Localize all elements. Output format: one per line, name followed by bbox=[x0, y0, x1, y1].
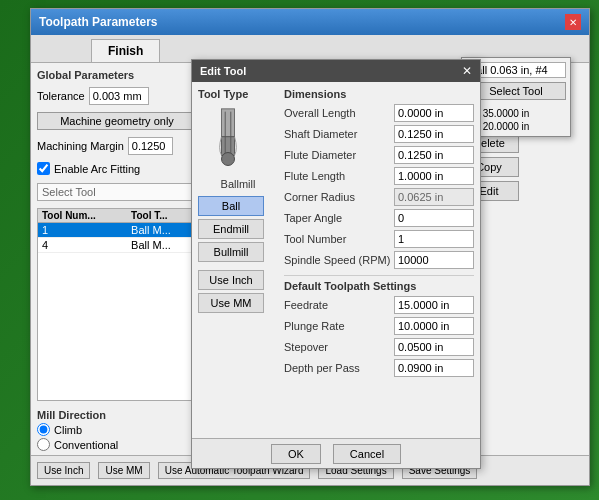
dim-label: Tool Number bbox=[284, 233, 394, 245]
default-field-row: Depth per Pass bbox=[284, 359, 474, 377]
edit-tool-dialog: Edit Tool ✕ Tool Type bbox=[191, 59, 481, 469]
machine-geometry-button[interactable]: Machine geometry only bbox=[37, 112, 197, 130]
dim-row: Tool Number bbox=[284, 230, 474, 248]
dim-label: Spindle Speed (RPM) bbox=[284, 254, 394, 266]
dim-label: Shaft Diameter bbox=[284, 128, 394, 140]
toolpath-titlebar: Toolpath Parameters ✕ bbox=[31, 9, 589, 35]
type-buttons: Ball Endmill Bullmill bbox=[198, 196, 278, 262]
dim-label: Corner Radius bbox=[284, 191, 394, 203]
dim-row: Shaft Diameter bbox=[284, 125, 474, 143]
default-field-label: Feedrate bbox=[284, 299, 394, 311]
default-field-input[interactable] bbox=[394, 359, 474, 377]
climb-row: Climb bbox=[37, 423, 197, 436]
margin-label: Machining Margin bbox=[37, 140, 124, 152]
default-field-label: Stepover bbox=[284, 341, 394, 353]
tool-num-cell: 4 bbox=[38, 238, 127, 253]
dim-input[interactable] bbox=[394, 230, 474, 248]
use-mm-button[interactable]: Use MM bbox=[198, 293, 264, 313]
tolerance-input[interactable] bbox=[89, 87, 149, 105]
edit-tool-titlebar: Edit Tool ✕ bbox=[192, 60, 480, 82]
dim-row: Flute Length bbox=[284, 167, 474, 185]
dim-input[interactable] bbox=[394, 125, 474, 143]
tool-type-cell: Ball M... bbox=[127, 238, 196, 253]
edit-ok-button[interactable]: OK bbox=[271, 444, 321, 464]
use-inch-button[interactable]: Use Inch bbox=[198, 270, 264, 290]
default-fields: Feedrate Plunge Rate Stepover Depth per … bbox=[284, 296, 474, 377]
tolerance-label: Tolerance bbox=[37, 90, 85, 102]
bullmill-type-button[interactable]: Bullmill bbox=[198, 242, 264, 262]
default-field-label: Depth per Pass bbox=[284, 362, 394, 374]
tool-name-label: Ballmill bbox=[198, 178, 278, 190]
dim-row: Flute Diameter bbox=[284, 146, 474, 164]
select-tool-value: ball 0.063 in, #4 bbox=[466, 62, 566, 78]
default-field-input[interactable] bbox=[394, 317, 474, 335]
use-inch-footer-button[interactable]: Use Inch bbox=[37, 462, 90, 479]
dim-row: Spindle Speed (RPM) bbox=[284, 251, 474, 269]
mill-direction-label: Mill Direction bbox=[37, 409, 197, 421]
conventional-label: Conventional bbox=[54, 439, 118, 451]
use-mm-footer-button[interactable]: Use MM bbox=[98, 462, 149, 479]
tool-type-panel: Tool Type bbox=[198, 88, 278, 428]
default-field-row: Feedrate bbox=[284, 296, 474, 314]
side-value2: ate 20.0000 in bbox=[466, 121, 566, 132]
dimensions-title: Dimensions bbox=[284, 88, 474, 100]
dimensions-fields: Overall Length Shaft Diameter Flute Diam… bbox=[284, 104, 474, 269]
arc-fitting-label: Enable Arc Fitting bbox=[54, 163, 140, 175]
dim-label: Overall Length bbox=[284, 107, 394, 119]
select-tool-label: Select Tool bbox=[37, 183, 197, 201]
default-settings-title: Default Toolpath Settings bbox=[284, 275, 474, 292]
left-panel: Global Parameters Tolerance Machine geom… bbox=[37, 69, 197, 453]
dim-input[interactable] bbox=[394, 251, 474, 269]
dim-label: Flute Diameter bbox=[284, 149, 394, 161]
default-field-row: Plunge Rate bbox=[284, 317, 474, 335]
desktop: Toolpath Parameters ✕ Finish Global Para… bbox=[0, 0, 599, 500]
col-tool-num: Tool Num... bbox=[38, 209, 127, 223]
dimensions-panel: Dimensions Overall Length Shaft Diameter… bbox=[284, 88, 474, 428]
dim-input[interactable] bbox=[394, 167, 474, 185]
default-field-label: Plunge Rate bbox=[284, 320, 394, 332]
dim-label: Flute Length bbox=[284, 170, 394, 182]
toolpath-dialog: Toolpath Parameters ✕ Finish Global Para… bbox=[30, 8, 590, 486]
dim-row: Corner Radius bbox=[284, 188, 474, 206]
dim-row: Taper Angle bbox=[284, 209, 474, 227]
mill-direction: Mill Direction Climb Conventional bbox=[37, 409, 197, 453]
dim-input[interactable] bbox=[394, 146, 474, 164]
climb-radio[interactable] bbox=[37, 423, 50, 436]
table-row[interactable]: 4Ball M... bbox=[38, 238, 196, 253]
side-val1: 35.0000 in bbox=[483, 108, 530, 119]
side-value1: ate 35.0000 in bbox=[466, 108, 566, 119]
edit-tool-body: Tool Type bbox=[192, 82, 480, 434]
toolpath-close-button[interactable]: ✕ bbox=[565, 14, 581, 30]
dim-input[interactable] bbox=[394, 209, 474, 227]
conventional-radio[interactable] bbox=[37, 438, 50, 451]
edit-tool-close-button[interactable]: ✕ bbox=[462, 64, 472, 78]
unit-buttons: Use Inch Use MM bbox=[198, 270, 278, 313]
side-val2: 20.0000 in bbox=[483, 121, 530, 132]
margin-input[interactable] bbox=[128, 137, 173, 155]
default-field-input[interactable] bbox=[394, 296, 474, 314]
col-tool-type: Tool T... bbox=[127, 209, 196, 223]
arc-fitting-row: Enable Arc Fitting bbox=[37, 162, 197, 175]
arc-fitting-checkbox[interactable] bbox=[37, 162, 50, 175]
default-field-input[interactable] bbox=[394, 338, 474, 356]
edit-cancel-button[interactable]: Cancel bbox=[333, 444, 401, 464]
margin-row: Machining Margin bbox=[37, 137, 197, 155]
conventional-row: Conventional bbox=[37, 438, 197, 451]
tool-type-title: Tool Type bbox=[198, 88, 278, 100]
endmill-type-button[interactable]: Endmill bbox=[198, 219, 264, 239]
dim-input[interactable] bbox=[394, 104, 474, 122]
tool-num-cell: 1 bbox=[38, 223, 127, 238]
tolerance-row: Tolerance bbox=[37, 87, 197, 105]
dim-label: Taper Angle bbox=[284, 212, 394, 224]
tool-image bbox=[198, 104, 258, 174]
ballmill-icon bbox=[203, 107, 253, 172]
tool-table[interactable]: Tool Num... Tool T... 1Ball M...4Ball M.… bbox=[37, 208, 197, 401]
select-tool-popup-button[interactable]: Select Tool bbox=[466, 82, 566, 100]
table-row[interactable]: 1Ball M... bbox=[38, 223, 196, 238]
svg-rect-0 bbox=[222, 108, 235, 136]
edit-tool-footer: OK Cancel bbox=[192, 438, 480, 468]
climb-label: Climb bbox=[54, 424, 82, 436]
dim-input[interactable] bbox=[394, 188, 474, 206]
tab-finish[interactable]: Finish bbox=[91, 39, 160, 62]
ball-type-button[interactable]: Ball bbox=[198, 196, 264, 216]
